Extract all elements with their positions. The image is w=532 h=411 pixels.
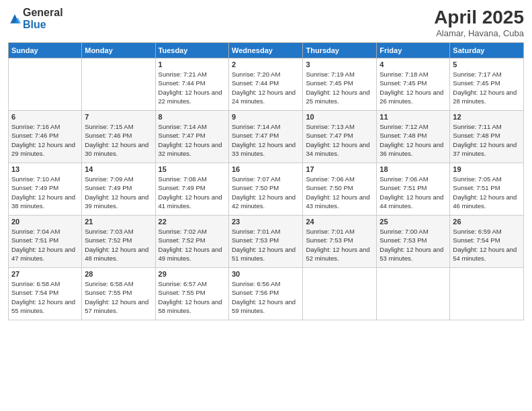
calendar-cell: 15Sunrise: 7:08 AM Sunset: 7:49 PM Dayli… bbox=[155, 163, 228, 216]
calendar-cell bbox=[303, 268, 377, 320]
calendar-cell: 2Sunrise: 7:20 AM Sunset: 7:44 PM Daylig… bbox=[229, 58, 303, 111]
day-info: Sunrise: 7:12 AM Sunset: 7:48 PM Dayligh… bbox=[380, 122, 447, 158]
calendar-cell: 26Sunrise: 6:59 AM Sunset: 7:54 PM Dayli… bbox=[450, 216, 524, 268]
day-number: 30 bbox=[232, 270, 300, 278]
calendar-cell: 22Sunrise: 7:02 AM Sunset: 7:52 PM Dayli… bbox=[155, 216, 228, 268]
day-info: Sunrise: 7:06 AM Sunset: 7:51 PM Dayligh… bbox=[380, 175, 447, 210]
page-container: General Blue April 2025 Alamar, Havana, … bbox=[0, 0, 532, 326]
day-info: Sunrise: 7:14 AM Sunset: 7:47 PM Dayligh… bbox=[232, 122, 300, 158]
day-number: 18 bbox=[380, 165, 447, 173]
day-info: Sunrise: 7:06 AM Sunset: 7:50 PM Dayligh… bbox=[306, 175, 373, 210]
day-info: Sunrise: 7:15 AM Sunset: 7:46 PM Dayligh… bbox=[85, 122, 152, 158]
day-number: 2 bbox=[232, 60, 300, 68]
calendar-cell: 18Sunrise: 7:06 AM Sunset: 7:51 PM Dayli… bbox=[377, 163, 450, 216]
day-info: Sunrise: 6:56 AM Sunset: 7:56 PM Dayligh… bbox=[232, 279, 300, 315]
calendar-cell: 17Sunrise: 7:06 AM Sunset: 7:50 PM Dayli… bbox=[303, 163, 377, 216]
month-title: April 2025 bbox=[434, 7, 524, 28]
day-info: Sunrise: 6:58 AM Sunset: 7:55 PM Dayligh… bbox=[85, 279, 152, 315]
day-info: Sunrise: 7:19 AM Sunset: 7:45 PM Dayligh… bbox=[306, 70, 373, 105]
calendar-cell: 9Sunrise: 7:14 AM Sunset: 7:47 PM Daylig… bbox=[229, 111, 303, 163]
day-info: Sunrise: 7:11 AM Sunset: 7:48 PM Dayligh… bbox=[453, 122, 521, 158]
day-number: 4 bbox=[380, 60, 447, 68]
day-info: Sunrise: 7:17 AM Sunset: 7:45 PM Dayligh… bbox=[453, 70, 521, 105]
logo-blue: Blue bbox=[23, 19, 63, 31]
day-number: 19 bbox=[453, 165, 521, 173]
title-area: April 2025 Alamar, Havana, Cuba bbox=[434, 7, 524, 38]
day-number: 27 bbox=[11, 270, 79, 278]
day-info: Sunrise: 7:01 AM Sunset: 7:53 PM Dayligh… bbox=[306, 227, 373, 263]
col-thursday: Thursday bbox=[303, 43, 377, 58]
calendar-cell: 24Sunrise: 7:01 AM Sunset: 7:53 PM Dayli… bbox=[303, 216, 377, 268]
day-number: 6 bbox=[11, 113, 79, 121]
col-friday: Friday bbox=[377, 43, 450, 58]
day-number: 3 bbox=[306, 60, 373, 68]
day-info: Sunrise: 7:20 AM Sunset: 7:44 PM Dayligh… bbox=[232, 70, 300, 105]
col-monday: Monday bbox=[82, 43, 155, 58]
calendar-cell: 23Sunrise: 7:01 AM Sunset: 7:53 PM Dayli… bbox=[229, 216, 303, 268]
calendar-cell: 12Sunrise: 7:11 AM Sunset: 7:48 PM Dayli… bbox=[450, 111, 524, 163]
calendar-cell: 16Sunrise: 7:07 AM Sunset: 7:50 PM Dayli… bbox=[229, 163, 303, 216]
day-number: 22 bbox=[159, 218, 226, 226]
calendar-cell: 25Sunrise: 7:00 AM Sunset: 7:53 PM Dayli… bbox=[377, 216, 450, 268]
day-number: 14 bbox=[85, 165, 152, 173]
logo-icon bbox=[8, 12, 21, 26]
day-number: 24 bbox=[306, 218, 373, 226]
day-number: 28 bbox=[85, 270, 152, 278]
day-info: Sunrise: 7:13 AM Sunset: 7:47 PM Dayligh… bbox=[306, 122, 373, 158]
day-info: Sunrise: 7:21 AM Sunset: 7:44 PM Dayligh… bbox=[159, 70, 226, 105]
calendar-cell: 30Sunrise: 6:56 AM Sunset: 7:56 PM Dayli… bbox=[229, 268, 303, 320]
day-info: Sunrise: 7:05 AM Sunset: 7:51 PM Dayligh… bbox=[453, 175, 521, 210]
calendar-cell: 6Sunrise: 7:16 AM Sunset: 7:46 PM Daylig… bbox=[9, 111, 82, 163]
calendar-week-row: 20Sunrise: 7:04 AM Sunset: 7:51 PM Dayli… bbox=[9, 216, 524, 268]
day-number: 16 bbox=[232, 165, 300, 173]
col-saturday: Saturday bbox=[450, 43, 524, 58]
calendar-cell: 13Sunrise: 7:10 AM Sunset: 7:49 PM Dayli… bbox=[9, 163, 82, 216]
col-wednesday: Wednesday bbox=[229, 43, 303, 58]
day-number: 8 bbox=[159, 113, 226, 121]
day-number: 15 bbox=[159, 165, 226, 173]
day-info: Sunrise: 7:04 AM Sunset: 7:51 PM Dayligh… bbox=[11, 227, 79, 263]
calendar-cell: 28Sunrise: 6:58 AM Sunset: 7:55 PM Dayli… bbox=[82, 268, 155, 320]
day-info: Sunrise: 7:02 AM Sunset: 7:52 PM Dayligh… bbox=[159, 227, 226, 263]
calendar-cell: 7Sunrise: 7:15 AM Sunset: 7:46 PM Daylig… bbox=[82, 111, 155, 163]
calendar-week-row: 27Sunrise: 6:58 AM Sunset: 7:54 PM Dayli… bbox=[9, 268, 524, 320]
day-number: 26 bbox=[453, 218, 521, 226]
calendar-week-row: 13Sunrise: 7:10 AM Sunset: 7:49 PM Dayli… bbox=[9, 163, 524, 216]
day-info: Sunrise: 7:07 AM Sunset: 7:50 PM Dayligh… bbox=[232, 175, 300, 210]
calendar-cell: 14Sunrise: 7:09 AM Sunset: 7:49 PM Dayli… bbox=[82, 163, 155, 216]
day-info: Sunrise: 7:03 AM Sunset: 7:52 PM Dayligh… bbox=[85, 227, 152, 263]
calendar-header-row: Sunday Monday Tuesday Wednesday Thursday… bbox=[9, 43, 524, 58]
day-number: 11 bbox=[380, 113, 447, 121]
day-info: Sunrise: 7:16 AM Sunset: 7:46 PM Dayligh… bbox=[11, 122, 79, 158]
header: General Blue April 2025 Alamar, Havana, … bbox=[8, 7, 524, 38]
day-number: 20 bbox=[11, 218, 79, 226]
calendar-cell: 11Sunrise: 7:12 AM Sunset: 7:48 PM Dayli… bbox=[377, 111, 450, 163]
calendar-cell: 10Sunrise: 7:13 AM Sunset: 7:47 PM Dayli… bbox=[303, 111, 377, 163]
day-number: 7 bbox=[85, 113, 152, 121]
day-number: 29 bbox=[159, 270, 226, 278]
day-info: Sunrise: 7:01 AM Sunset: 7:53 PM Dayligh… bbox=[232, 227, 300, 263]
day-number: 1 bbox=[159, 60, 226, 68]
day-info: Sunrise: 7:08 AM Sunset: 7:49 PM Dayligh… bbox=[159, 175, 226, 210]
day-number: 25 bbox=[380, 218, 447, 226]
calendar-cell: 20Sunrise: 7:04 AM Sunset: 7:51 PM Dayli… bbox=[9, 216, 82, 268]
col-sunday: Sunday bbox=[9, 43, 82, 58]
calendar-table: Sunday Monday Tuesday Wednesday Thursday… bbox=[8, 42, 524, 320]
day-number: 23 bbox=[232, 218, 300, 226]
location: Alamar, Havana, Cuba bbox=[434, 28, 524, 38]
day-number: 10 bbox=[306, 113, 373, 121]
calendar-cell bbox=[377, 268, 450, 320]
calendar-cell: 3Sunrise: 7:19 AM Sunset: 7:45 PM Daylig… bbox=[303, 58, 377, 111]
calendar-cell: 1Sunrise: 7:21 AM Sunset: 7:44 PM Daylig… bbox=[155, 58, 228, 111]
calendar-week-row: 1Sunrise: 7:21 AM Sunset: 7:44 PM Daylig… bbox=[9, 58, 524, 111]
col-tuesday: Tuesday bbox=[155, 43, 228, 58]
day-number: 12 bbox=[453, 113, 521, 121]
calendar-cell bbox=[450, 268, 524, 320]
logo-general: General bbox=[23, 7, 63, 19]
day-info: Sunrise: 7:18 AM Sunset: 7:45 PM Dayligh… bbox=[380, 70, 447, 105]
calendar-cell: 8Sunrise: 7:14 AM Sunset: 7:47 PM Daylig… bbox=[155, 111, 228, 163]
day-info: Sunrise: 7:09 AM Sunset: 7:49 PM Dayligh… bbox=[85, 175, 152, 210]
day-number: 9 bbox=[232, 113, 300, 121]
calendar-cell: 5Sunrise: 7:17 AM Sunset: 7:45 PM Daylig… bbox=[450, 58, 524, 111]
calendar-cell: 4Sunrise: 7:18 AM Sunset: 7:45 PM Daylig… bbox=[377, 58, 450, 111]
